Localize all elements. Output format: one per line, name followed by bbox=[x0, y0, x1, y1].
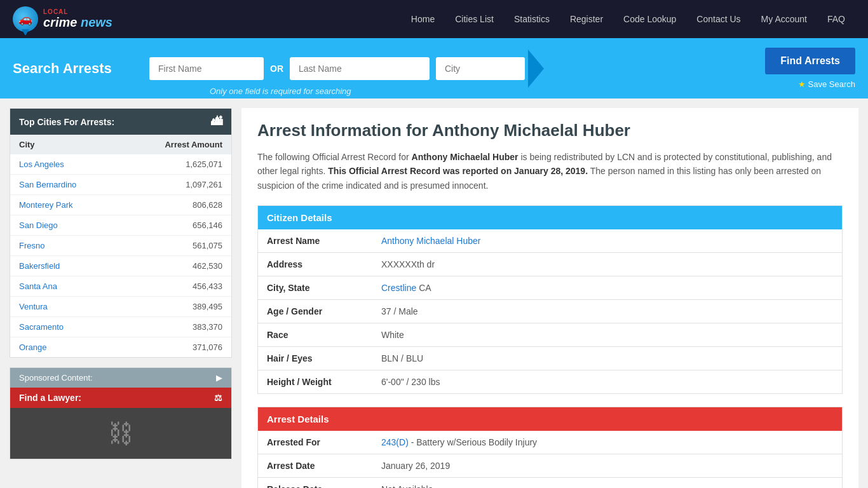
arrest-details-section: Arrest Details Arrested For 243(D) - Bat… bbox=[257, 407, 843, 488]
nav-links: Home Cities List Statistics Register Cod… bbox=[401, 0, 855, 38]
save-search-link[interactable]: ★ Save Search bbox=[798, 79, 855, 89]
find-arrests-button[interactable]: Find Arrests bbox=[765, 48, 855, 74]
city-name-cell: San Diego bbox=[10, 215, 121, 236]
city-name-link[interactable]: San Diego bbox=[19, 220, 58, 230]
citizen-details-section: Citizen Details Arrest Name Anthony Mich… bbox=[257, 205, 843, 394]
first-name-input[interactable] bbox=[149, 57, 264, 80]
arrest-name-row: Arrest Name Anthony Michaelal Huber bbox=[258, 229, 842, 253]
city-name-link[interactable]: Orange bbox=[19, 342, 46, 352]
race-label: Race bbox=[258, 323, 372, 347]
city-state-label: City, State bbox=[258, 276, 372, 300]
city-amount-cell: 371,076 bbox=[121, 337, 231, 358]
logo-local-label: LOCAL bbox=[43, 8, 112, 15]
arrest-date-row: Arrest Date January 26, 2019 bbox=[258, 454, 842, 478]
scales-icon: ⚖ bbox=[214, 393, 222, 403]
nav-contact-us[interactable]: Contact Us bbox=[686, 0, 750, 38]
main-content: Top Cities For Arrests: 🏙 City Arrest Am… bbox=[0, 98, 868, 488]
address-value: XXXXXXth dr bbox=[372, 253, 842, 276]
citizen-details-table: Arrest Name Anthony Michaelal Huber Addr… bbox=[258, 229, 842, 393]
city-name-link[interactable]: Sacramento bbox=[19, 322, 64, 332]
arrest-details-header: Arrest Details bbox=[258, 407, 842, 431]
city-column-header: City bbox=[10, 135, 121, 154]
arrest-name-label: Arrest Name bbox=[258, 229, 372, 253]
city-name-link[interactable]: San Bernardino bbox=[19, 180, 76, 189]
city-name-link[interactable]: Santa Ana bbox=[19, 281, 57, 291]
city-name-cell: Orange bbox=[10, 337, 121, 358]
nav-faq[interactable]: FAQ bbox=[817, 0, 855, 38]
table-row: San Diego656,146 bbox=[10, 215, 231, 236]
city-name-cell: Ventura bbox=[10, 297, 121, 317]
arrest-content: Arrest Information for Anthony Michaelal… bbox=[241, 108, 858, 488]
city-amount-cell: 1,097,261 bbox=[121, 175, 231, 195]
logo-text: LOCAL crime news bbox=[43, 8, 112, 30]
site-logo[interactable]: 🚗 LOCAL crime news bbox=[13, 6, 112, 32]
last-name-input[interactable] bbox=[290, 57, 430, 80]
arrest-details-table: Arrested For 243(D) - Battery w/Serious … bbox=[258, 431, 842, 488]
arrest-code-link[interactable]: 243(D) bbox=[381, 437, 409, 447]
nav-home[interactable]: Home bbox=[401, 0, 445, 38]
arrest-name-link[interactable]: Anthony Michaelal Huber bbox=[381, 236, 480, 246]
city-name-link[interactable]: Monterey Park bbox=[19, 200, 73, 210]
search-inputs: OR bbox=[149, 50, 756, 88]
city-name-link[interactable]: Bakersfield bbox=[19, 261, 60, 271]
arrest-date-value: January 26, 2019 bbox=[372, 454, 842, 478]
sponsored-label: Sponsored Content: bbox=[19, 373, 93, 383]
table-row: San Bernardino1,097,261 bbox=[10, 175, 231, 195]
search-actions: Find Arrests ★ Save Search bbox=[765, 48, 855, 89]
table-row: Bakersfield462,530 bbox=[10, 256, 231, 276]
city-input[interactable] bbox=[436, 57, 525, 80]
city-amount-cell: 561,075 bbox=[121, 236, 231, 256]
nav-code-lookup[interactable]: Code Lookup bbox=[613, 0, 686, 38]
table-row: Fresno561,075 bbox=[10, 236, 231, 256]
star-icon: ★ bbox=[798, 79, 806, 89]
arrest-date-label: Arrest Date bbox=[258, 454, 372, 478]
arrested-for-row: Arrested For 243(D) - Battery w/Serious … bbox=[258, 431, 842, 454]
nav-statistics[interactable]: Statistics bbox=[504, 0, 560, 38]
top-cities-box: Top Cities For Arrests: 🏙 City Arrest Am… bbox=[10, 108, 232, 358]
nav-my-account[interactable]: My Account bbox=[751, 0, 817, 38]
table-row: Monterey Park806,628 bbox=[10, 195, 231, 215]
nav-register[interactable]: Register bbox=[560, 0, 613, 38]
height-weight-row: Height / Weight 6'-00" / 230 lbs bbox=[258, 370, 842, 394]
arrest-intro-1: The following Official Arrest Record for bbox=[257, 152, 412, 162]
city-name-cell: Sacramento bbox=[10, 317, 121, 337]
search-or-label: OR bbox=[270, 64, 283, 74]
city-amount-cell: 389,495 bbox=[121, 297, 231, 317]
table-row: Los Angeles1,625,071 bbox=[10, 154, 231, 175]
sponsored-header: Sponsored Content: ▶ bbox=[10, 368, 231, 388]
arrested-for-value: 243(D) - Battery w/Serious Bodily Injury bbox=[372, 431, 842, 454]
hair-eyes-row: Hair / Eyes BLN / BLU bbox=[258, 347, 842, 370]
city-amount-cell: 456,433 bbox=[121, 276, 231, 297]
city-name-cell: Bakersfield bbox=[10, 256, 121, 276]
nav-cities-list[interactable]: Cities List bbox=[445, 0, 504, 38]
height-weight-value: 6'-00" / 230 lbs bbox=[372, 370, 842, 394]
age-gender-value: 37 / Male bbox=[372, 300, 842, 323]
city-amount-cell: 806,628 bbox=[121, 195, 231, 215]
play-icon: ▶ bbox=[216, 373, 222, 383]
age-gender-row: Age / Gender 37 / Male bbox=[258, 300, 842, 323]
top-cities-label: Top Cities For Arrests: bbox=[19, 117, 114, 127]
find-lawyer-label: Find a Lawyer: bbox=[19, 393, 81, 403]
arrest-intro: The following Official Arrest Record for… bbox=[257, 150, 843, 193]
city-state-value: Crestline CA bbox=[372, 276, 842, 300]
release-date-label: Release Date bbox=[258, 478, 372, 488]
cities-table: City Arrest Amount Los Angeles1,625,071S… bbox=[10, 135, 231, 357]
release-date-value: Not Available bbox=[372, 478, 842, 488]
top-cities-header: Top Cities For Arrests: 🏙 bbox=[10, 109, 231, 135]
search-title: Search Arrests bbox=[13, 60, 140, 77]
city-name-link[interactable]: Ventura bbox=[19, 302, 48, 311]
city-amount-cell: 462,530 bbox=[121, 256, 231, 276]
citizen-details-header: Citizen Details bbox=[258, 206, 842, 229]
city-name-link[interactable]: Fresno bbox=[19, 241, 44, 250]
search-hint: Only one field is required for searching bbox=[210, 86, 351, 96]
address-label: Address bbox=[258, 253, 372, 276]
logo-brand: crime news bbox=[43, 15, 112, 30]
city-name-cell: San Bernardino bbox=[10, 175, 121, 195]
city-name-cell: Fresno bbox=[10, 236, 121, 256]
city-name-link[interactable]: Los Angeles bbox=[19, 159, 64, 169]
city-name-cell: Monterey Park bbox=[10, 195, 121, 215]
arrest-description: - Battery w/Serious Bodily Injury bbox=[409, 437, 537, 447]
arrest-subject-name: Anthony Michaelal Huber bbox=[412, 152, 519, 162]
city-link[interactable]: Crestline bbox=[381, 283, 416, 293]
city-name-cell: Los Angeles bbox=[10, 154, 121, 175]
